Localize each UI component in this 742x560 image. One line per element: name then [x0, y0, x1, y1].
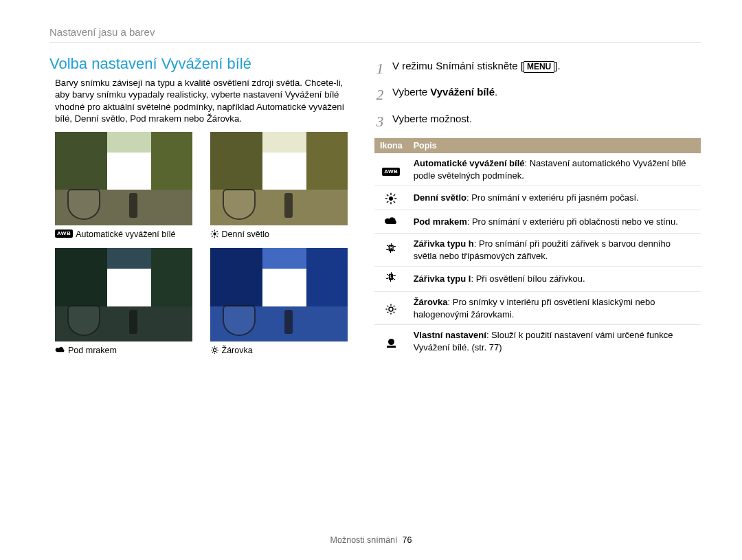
- step-1-text-a: V režimu Snímání stiskněte: [392, 60, 521, 71]
- example-tungsten: Žárovka: [210, 248, 356, 357]
- example-awb-label: Automatické vyvážení bílé: [76, 229, 175, 240]
- table-row: Pod mrakem: Pro snímání v exteriéru při …: [374, 210, 701, 234]
- svg-line-23: [387, 194, 388, 196]
- example-tungsten-label: Žárovka: [222, 346, 253, 357]
- steps-list: V režimu Snímání stiskněte [MENU]. Vyber…: [374, 59, 701, 131]
- svg-point-0: [213, 232, 216, 235]
- svg-point-9: [213, 349, 216, 352]
- page-title: Volba nastavení Vyvážení bílé: [49, 55, 355, 73]
- fluorescent-h-icon: [385, 242, 397, 254]
- awb-icon: AWB: [55, 229, 73, 238]
- page-footer: Možnosti snímání 76: [0, 535, 742, 545]
- svg-line-26: [394, 194, 395, 196]
- table-row: Zářivka typu h: Pro snímání při použití …: [374, 234, 701, 267]
- svg-line-35: [394, 305, 395, 306]
- footer-section: Možnosti snímání: [330, 535, 398, 545]
- table-row: Zářivka typu l: Při osvětlení bílou záři…: [374, 267, 701, 292]
- svg-line-32: [387, 305, 389, 306]
- step-2-bold: Vyvážení bílé: [430, 86, 495, 98]
- sun-icon: [385, 192, 397, 205]
- step-3-text: Vyberte možnost.: [392, 112, 472, 131]
- step-1: V režimu Snímání stiskněte [MENU].: [374, 59, 701, 78]
- example-daylight-image: [210, 132, 348, 225]
- row-cloud-rest: : Pro snímání v exteriéru při oblačnosti…: [467, 216, 678, 227]
- cloud-icon: [55, 346, 65, 353]
- row-sun-rest: : Pro snímání v exteriéru při jasném poč…: [466, 192, 639, 203]
- svg-line-8: [216, 231, 218, 232]
- svg-point-27: [389, 307, 393, 311]
- table-row: Vlastní nastavení: Slouží k použití nast…: [374, 325, 701, 358]
- breadcrumb: Nastavení jasu a barev: [49, 26, 701, 43]
- row-fll-rest: : Při osvětlení bílou zářivkou.: [471, 273, 585, 284]
- example-daylight-label: Denní světlo: [222, 229, 269, 240]
- custom-wb-icon: [387, 339, 396, 348]
- step-3: Vyberte možnost.: [374, 112, 701, 131]
- example-awb-image: [55, 132, 192, 225]
- col-icon: Ikona: [374, 138, 408, 153]
- awb-icon: AWB: [382, 168, 400, 176]
- bulb-icon: [385, 303, 397, 315]
- table-row: Žárovka: Pro snímky v interiéru při osvě…: [374, 292, 701, 325]
- row-custom-bold: Vlastní nastavení: [414, 330, 486, 340]
- example-cloudy-image: [55, 248, 192, 341]
- row-fll-bold: Zářivka typu l: [414, 273, 471, 284]
- row-sun-bold: Denní světlo: [414, 192, 466, 203]
- svg-line-16: [212, 352, 212, 353]
- col-desc: Popis: [408, 138, 701, 153]
- svg-line-33: [394, 311, 395, 313]
- step-1-text-b: .: [557, 60, 560, 71]
- svg-line-7: [212, 236, 213, 237]
- step-2-text-b: .: [495, 86, 497, 98]
- footer-page-number: 76: [403, 535, 412, 545]
- svg-line-14: [212, 348, 212, 348]
- row-bulb-rest: : Pro snímky v interiéru při osvětlení k…: [414, 297, 655, 320]
- svg-line-5: [212, 231, 213, 232]
- example-daylight: Denní světlo: [210, 132, 356, 240]
- cloud-icon: [384, 216, 398, 225]
- bulb-icon: [210, 346, 219, 355]
- table-row: Denní světlo: Pro snímání v exteriéru př…: [374, 186, 701, 210]
- example-awb: AWB Automatické vyvážení bílé: [55, 132, 201, 240]
- row-awb-bold: Automatické vyvážení bílé: [414, 158, 525, 168]
- menu-button-label: MENU: [524, 61, 554, 73]
- wb-options-table: Ikona Popis AWB Automatické vyvážení bíl…: [374, 138, 701, 357]
- sun-icon: [210, 229, 219, 238]
- row-cloud-bold: Pod mrakem: [414, 216, 467, 227]
- svg-line-17: [216, 348, 217, 348]
- svg-line-34: [387, 311, 389, 313]
- step-2: Vyberte Vyvážení bílé.: [374, 85, 701, 104]
- intro-paragraph: Barvy snímku závisejí na typu a kvalitě …: [49, 77, 355, 125]
- fluorescent-l-icon: [385, 271, 397, 283]
- svg-point-18: [389, 197, 393, 201]
- example-cloudy-label: Pod mrakem: [68, 346, 117, 357]
- svg-line-15: [216, 352, 217, 353]
- wb-examples-grid: AWB Automatické vyvážení bílé Denní svět…: [49, 132, 355, 357]
- row-flh-bold: Zářivka typu h: [414, 238, 474, 249]
- table-row: AWB Automatické vyvážení bílé: Nastavení…: [374, 153, 701, 186]
- svg-line-24: [394, 201, 395, 203]
- step-2-text-a: Vyberte: [392, 86, 430, 98]
- svg-line-25: [387, 201, 388, 203]
- svg-line-6: [216, 236, 218, 237]
- example-tungsten-image: [210, 248, 348, 341]
- example-cloudy: Pod mrakem: [55, 248, 201, 357]
- row-bulb-bold: Žárovka: [414, 297, 448, 307]
